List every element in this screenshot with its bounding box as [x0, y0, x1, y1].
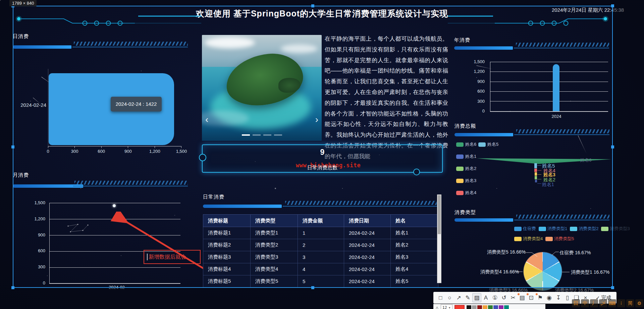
legend-item[interactable]: 姓名6 — [456, 138, 478, 150]
yearly-bar[interactable] — [553, 64, 559, 111]
legend-item[interactable]: 姓名4 — [456, 187, 478, 199]
cell-type: 消费类型2 — [251, 239, 298, 251]
palette-color[interactable] — [477, 305, 482, 309]
axis-tick-label: 1,500 — [464, 59, 485, 64]
panel-title-types: 消费类型 — [454, 209, 476, 216]
screenshot-stage: 欢迎使用 基于SpringBoot的大学生日常消费管理系统设计与实现 2024年… — [0, 0, 644, 309]
table-scrollbar-thumb[interactable] — [438, 195, 441, 234]
selection-handle[interactable] — [311, 4, 314, 7]
funnel-slice[interactable] — [535, 172, 537, 176]
hatch-decoration — [285, 201, 437, 205]
palette-color[interactable] — [483, 305, 487, 309]
selection-handle[interactable] — [11, 286, 14, 289]
tool-button[interactable]: ▯ — [563, 293, 572, 302]
panel-title-monthly: 月消费 — [13, 172, 29, 178]
tool-button[interactable]: A — [481, 293, 490, 302]
selection-handle[interactable] — [611, 145, 614, 148]
tool-button[interactable]: □ — [436, 293, 445, 302]
tool-button[interactable]: ↗ — [454, 293, 463, 302]
table-header-cell: 消费类型 — [251, 215, 298, 227]
ime-icon[interactable]: 简 — [626, 299, 634, 307]
palette-color[interactable] — [493, 305, 498, 309]
tool-button[interactable]: ✎ — [463, 293, 472, 302]
table-header-row: 消费标题消费类型消费金额消费日期姓名 — [203, 215, 438, 227]
done-button[interactable]: ✓ 完成 — [596, 295, 611, 301]
circuit-decoration-right — [448, 13, 617, 29]
axis-tick-label: 1,500 — [24, 200, 45, 206]
selection-handle[interactable] — [311, 286, 314, 289]
title-underline — [454, 133, 513, 136]
legend-item[interactable]: 消费类型5 — [545, 236, 574, 242]
palette-color[interactable] — [504, 305, 509, 309]
tool-button[interactable]: ↧ — [554, 293, 563, 302]
axis-tick-label: 1,500 — [171, 149, 192, 154]
annotation-textbox[interactable]: 新增数据后就会 — [144, 250, 201, 264]
tool-button[interactable]: ◉ — [545, 293, 554, 302]
tool-button[interactable]: ○ — [445, 293, 454, 302]
constellation-decoration — [64, 220, 96, 236]
text-cursor — [147, 254, 148, 260]
streak-decoration — [578, 135, 587, 154]
tool-button[interactable]: ① — [490, 293, 499, 302]
palette-color[interactable] — [472, 305, 477, 309]
legend-item[interactable]: 消费类型1 — [539, 226, 567, 232]
legend-item[interactable]: 消费类型2 — [570, 226, 598, 232]
table-row[interactable]: 消费标题1 消费类型1 1 2024-02-24 姓名1 — [203, 227, 438, 239]
legend-label: 消费类型2 — [579, 226, 598, 232]
ime-icon[interactable]: 中 — [581, 299, 589, 307]
ime-icon[interactable]: 囧 — [572, 299, 580, 307]
table-row[interactable]: 消费标题3 消费类型3 3 2024-02-24 姓名3 — [203, 251, 438, 263]
cell-amount: 2 — [298, 239, 344, 251]
current-color-swatch[interactable] — [454, 305, 465, 309]
cell-amount: 4 — [298, 263, 344, 275]
table-row[interactable]: 消费标题5 消费类型5 5 2024-02-24 姓名5 — [203, 275, 438, 288]
legend-label: 姓名2 — [465, 166, 476, 172]
tool-button[interactable]: ↺ — [499, 293, 508, 302]
funnel-slice[interactable] — [534, 163, 537, 168]
panel-title-table: 日常消费 — [203, 194, 224, 200]
axis-tick-label: 600 — [91, 149, 111, 154]
yearly-xtick: 2024 — [549, 114, 564, 119]
table-row[interactable]: 消费标题4 消费类型4 4 2024-02-24 姓名4 — [203, 263, 438, 275]
legend-swatch — [478, 142, 486, 147]
title-underline — [203, 205, 282, 208]
shape-style-icon[interactable]: △ — [435, 305, 439, 309]
funnel-slice[interactable] — [535, 176, 537, 179]
monthly-yticks: 1,5001,2009006003000 — [24, 200, 45, 286]
carousel-indicators[interactable] — [242, 134, 282, 136]
carousel-prev-button[interactable]: ‹ — [205, 114, 208, 125]
monthly-data-point[interactable] — [113, 204, 116, 207]
daily-tooltip: 2024-02-24 : 1422 — [111, 97, 162, 112]
selection-handle[interactable] — [611, 4, 614, 7]
funnel-slice[interactable] — [534, 169, 537, 172]
tool-button[interactable]: ▨ — [472, 293, 481, 302]
cell-date: 2024-02-24 — [344, 263, 391, 275]
legend-label: 姓名5 — [487, 141, 498, 147]
legend-item[interactable]: 消费类型4 — [514, 236, 543, 242]
font-size-select[interactable]: 12 ▼ — [441, 304, 452, 309]
funnel-slice[interactable] — [535, 180, 537, 182]
legend-item[interactable]: 姓名5 — [478, 138, 498, 150]
legend-item[interactable]: 姓名1 — [456, 150, 478, 163]
selection-handle[interactable] — [611, 286, 614, 289]
cell-title: 消费标题1 — [203, 227, 251, 239]
table-row[interactable]: 消费标题2 消费类型2 2 2024-02-24 姓名2 — [203, 239, 438, 251]
legend-swatch — [539, 227, 546, 231]
selection-handle[interactable] — [11, 145, 14, 148]
ime-icon[interactable]: ⚙ — [635, 299, 643, 307]
carousel-next-button[interactable]: › — [315, 114, 318, 125]
hatch-decoration — [516, 129, 609, 133]
ime-icon[interactable]: ⁝ — [617, 299, 625, 307]
palette-color[interactable] — [488, 305, 493, 309]
cell-date: 2024-02-24 — [344, 275, 391, 288]
legend-item[interactable]: 姓名3 — [456, 175, 478, 187]
image-carousel[interactable]: ‹ › — [202, 35, 322, 141]
axis-tick-label: 600 — [24, 248, 45, 254]
legend-item[interactable]: 住宿费 — [514, 226, 536, 232]
cell-name: 姓名2 — [391, 239, 438, 251]
pie-label: 消费类型4 16.66% — [480, 269, 519, 275]
tool-button[interactable]: ✂ — [508, 293, 518, 302]
palette-color[interactable] — [467, 305, 471, 309]
palette-color[interactable] — [499, 305, 503, 309]
legend-item[interactable]: 姓名2 — [456, 163, 478, 175]
